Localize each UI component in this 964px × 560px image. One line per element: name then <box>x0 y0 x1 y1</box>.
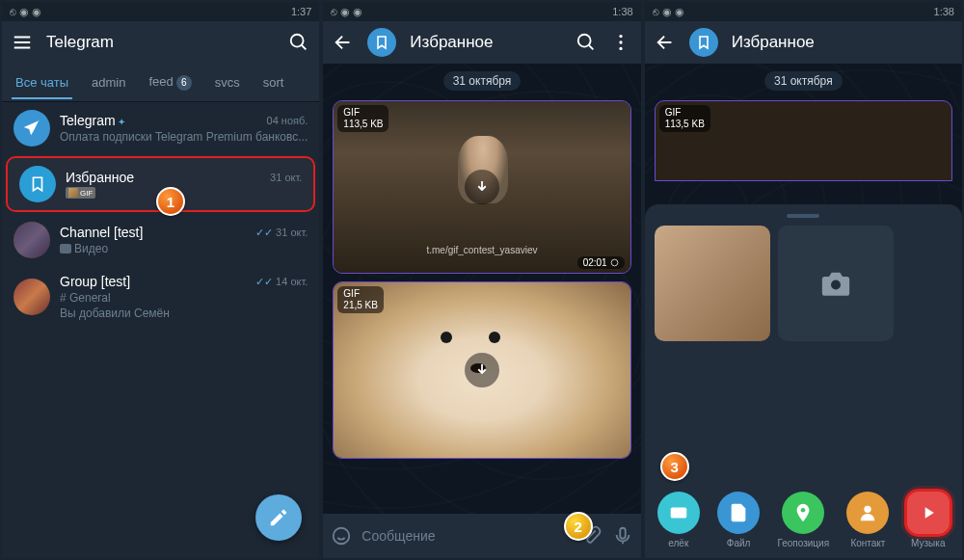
message-input-bar: Сообщение <box>323 514 640 558</box>
svg-point-2 <box>619 35 622 38</box>
statusbar: ⎋◉◉ 1:37 <box>2 2 319 21</box>
more-icon[interactable] <box>610 32 631 53</box>
chat-header: Избранное <box>323 21 640 64</box>
tab-all[interactable]: Все чаты <box>12 66 72 99</box>
message-input[interactable]: Сообщение <box>362 528 571 544</box>
chat-item-group[interactable]: Group [test]✓✓14 окт. # General Вы добав… <box>2 266 319 328</box>
clock: 1:37 <box>291 6 311 17</box>
saved-avatar-icon <box>367 28 396 57</box>
screen-saved-chat: ⎋◉◉ 1:38 Избранное 31 октября GIF113,5 K… <box>323 2 640 558</box>
compose-fab[interactable] <box>255 494 302 541</box>
attach-contact[interactable]: Контакт <box>846 492 889 548</box>
attach-wallet[interactable]: елёк <box>657 492 700 548</box>
chat-item-channel[interactable]: Channel [test]✓✓31 окт. Видео <box>2 214 319 266</box>
menu-icon[interactable] <box>12 32 33 53</box>
svg-point-4 <box>619 47 622 50</box>
avatar <box>19 166 56 202</box>
download-icon[interactable] <box>465 353 499 387</box>
svg-point-6 <box>334 528 350 545</box>
attachment-panel: елёк Файл Геопозиция Контакт Музыка <box>645 204 962 558</box>
attach-music[interactable]: Музыка <box>907 492 950 548</box>
emoji-icon[interactable] <box>331 525 352 547</box>
screen-chat-list: ⎋◉◉ 1:37 Telegram Все чаты admin feed6 s… <box>2 2 319 558</box>
saved-avatar-icon <box>689 28 718 57</box>
attach-file[interactable]: Файл <box>717 492 760 548</box>
clock: 1:38 <box>934 6 954 17</box>
svg-rect-9 <box>671 508 687 519</box>
annotation-marker-1: 1 <box>156 187 185 216</box>
statusbar: ⎋◉◉ 1:38 <box>323 2 640 21</box>
svg-point-1 <box>577 35 590 47</box>
avatar <box>13 110 50 147</box>
chat-list: Telegram✦04 нояб. Оплата подписки Telegr… <box>2 102 319 558</box>
avatar <box>13 279 50 315</box>
svg-point-11 <box>865 506 871 513</box>
back-icon[interactable] <box>655 32 676 53</box>
tab-sort[interactable]: sort <box>259 66 288 99</box>
date-separator: 31 октября <box>764 71 843 91</box>
svg-point-3 <box>619 40 622 43</box>
gallery-thumb[interactable] <box>655 226 770 341</box>
chat-title[interactable]: Избранное <box>410 33 561 52</box>
download-icon[interactable] <box>465 170 499 204</box>
gallery-previews <box>645 226 962 341</box>
svg-point-10 <box>801 508 806 513</box>
svg-point-0 <box>291 35 304 47</box>
svg-point-8 <box>831 280 841 289</box>
drag-handle[interactable] <box>787 214 819 218</box>
folder-tabs: Все чаты admin feed6 svcs sort <box>2 64 319 102</box>
avatar <box>13 222 50 258</box>
attach-location[interactable]: Геопозиция <box>777 492 829 548</box>
mic-icon[interactable] <box>612 525 633 547</box>
chat-item-telegram[interactable]: Telegram✦04 нояб. Оплата подписки Telegr… <box>2 102 319 154</box>
search-icon[interactable] <box>576 32 597 53</box>
messages-area[interactable]: 31 октября GIF113,5 KB t.me/gif_contest_… <box>323 64 640 514</box>
search-icon[interactable] <box>288 32 309 53</box>
chat-header: Избранное <box>645 21 962 64</box>
message-gif-1[interactable]: GIF113,5 KB t.me/gif_contest_yasaviev 02… <box>333 100 630 274</box>
tab-admin[interactable]: admin <box>88 66 129 99</box>
clock: 1:38 <box>612 6 632 17</box>
main-header: Telegram <box>2 21 319 64</box>
date-separator: 31 октября <box>443 71 522 91</box>
svg-rect-7 <box>620 528 626 539</box>
attachment-buttons: елёк Файл Геопозиция Контакт Музыка <box>645 482 962 552</box>
statusbar: ⎋◉◉ 1:38 <box>645 2 962 21</box>
tab-svcs[interactable]: svcs <box>211 66 244 99</box>
svg-point-5 <box>611 259 618 266</box>
app-title: Telegram <box>46 33 275 52</box>
back-icon[interactable] <box>333 32 354 53</box>
screen-attach-panel: ⎋◉◉ 1:38 Избранное 31 октября GIF113,5 K… <box>645 2 962 558</box>
message-gif-2[interactable]: GIF21,5 KB <box>333 281 630 459</box>
tab-feed[interactable]: feed6 <box>145 65 195 100</box>
annotation-marker-3: 3 <box>660 452 689 481</box>
annotation-marker-2: 2 <box>564 512 593 541</box>
chat-title[interactable]: Избранное <box>732 33 952 52</box>
message-gif-1-partial[interactable]: GIF113,5 KB <box>655 100 952 181</box>
camera-tile[interactable] <box>778 226 894 341</box>
